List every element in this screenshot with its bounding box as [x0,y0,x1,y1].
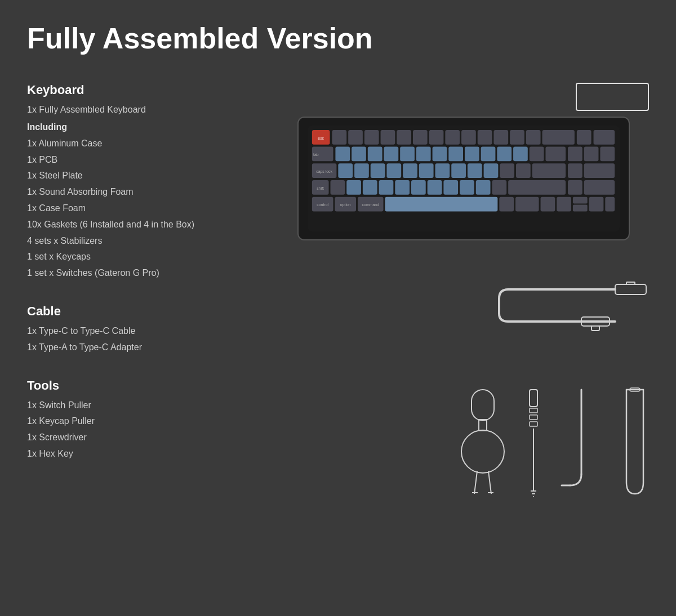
svg-rect-70 [385,197,497,212]
svg-rect-45 [468,163,482,178]
list-item-including: Including [27,119,286,136]
svg-text:control: control [317,203,328,207]
tools-list: 1x Switch Puller 1x Keycap Puller 1x Scr… [27,398,286,462]
svg-text:caps lock: caps lock [316,169,332,174]
svg-rect-57 [395,180,410,195]
list-item: 4 sets x Stabilizers [27,233,286,249]
svg-rect-90 [472,390,494,421]
svg-rect-5 [381,130,395,145]
page-title: Fully Assembled Version [27,23,649,55]
svg-rect-62 [476,180,491,195]
cable-svg [491,274,649,342]
svg-rect-22 [384,147,399,162]
list-item: 10x Gaskets (6 Installed and 4 in the Bo… [27,217,286,233]
svg-rect-98 [530,408,537,413]
svg-rect-24 [416,147,431,162]
screwdriver-svg [525,387,542,499]
svg-rect-51 [584,163,615,178]
content-right: esc tab caps lock shift control option c… [297,83,649,485]
svg-rect-40 [386,163,401,178]
svg-rect-44 [451,163,466,178]
svg-rect-34 [584,147,599,162]
svg-text:command: command [362,203,379,207]
svg-rect-10 [461,130,476,145]
svg-rect-42 [419,163,434,178]
svg-rect-4 [364,130,379,145]
svg-line-94 [488,471,491,494]
tools-illustration [367,387,649,499]
svg-rect-26 [448,147,463,162]
list-item: 1x Type-C to Type-C Cable [27,323,286,340]
svg-text:esc: esc [318,136,324,140]
svg-rect-47 [500,163,514,178]
svg-rect-97 [530,390,537,407]
svg-rect-71 [499,197,514,212]
svg-rect-49 [532,163,566,178]
svg-text:shift: shift [317,186,324,190]
svg-rect-58 [411,180,426,195]
svg-rect-2 [332,130,346,145]
svg-rect-46 [484,163,499,178]
svg-rect-53 [331,180,345,195]
svg-rect-25 [433,147,447,162]
svg-rect-39 [371,163,385,178]
svg-rect-11 [478,130,492,145]
keyboard-illustration: esc tab caps lock shift control option c… [297,117,630,240]
svg-rect-48 [516,163,531,178]
svg-rect-64 [508,180,566,195]
svg-rect-89 [592,326,599,331]
svg-rect-72 [515,197,539,212]
svg-rect-74 [557,197,571,212]
svg-rect-41 [403,163,417,178]
cable-illustration [491,274,649,342]
svg-point-92 [461,430,504,473]
list-item: 1x Screwdriver [27,430,286,446]
svg-rect-19 [335,147,350,162]
svg-rect-28 [481,147,496,162]
svg-rect-32 [545,147,566,162]
list-item: 1x Type-A to Type-C Adapter [27,340,286,356]
list-item: 1 set x Switches (Gateron G Pro) [27,265,286,282]
svg-rect-30 [513,147,528,162]
switch-puller-svg [621,387,649,499]
list-item: 1x Case Foam [27,200,286,217]
svg-rect-35 [600,147,615,162]
svg-rect-61 [460,180,474,195]
svg-rect-20 [352,147,366,162]
svg-rect-55 [363,180,377,195]
svg-rect-63 [492,180,506,195]
svg-rect-99 [530,415,537,419]
svg-rect-12 [493,130,508,145]
svg-rect-38 [354,163,369,178]
keyboard-section-title: Keyboard [27,83,286,97]
keyboard-box-label [576,83,649,111]
keyboard-list: 1x Fully Assembled Keyboard Including 1x… [27,102,286,282]
svg-rect-27 [465,147,479,162]
svg-rect-16 [577,130,592,145]
svg-rect-54 [346,180,361,195]
list-item: 1x Keycap Puller [27,413,286,430]
svg-rect-13 [510,130,524,145]
svg-rect-75 [573,197,588,204]
tools-section-title: Tools [27,378,286,393]
svg-rect-87 [626,282,635,284]
svg-rect-6 [397,130,411,145]
svg-rect-65 [568,180,582,195]
list-item: 1x Steel Plate [27,168,286,184]
svg-rect-17 [594,130,615,145]
list-item: 1x Sound Absorbing Foam [27,184,286,200]
svg-rect-66 [584,180,615,195]
svg-text:tab: tab [313,153,319,157]
svg-rect-43 [435,163,450,178]
svg-rect-14 [526,130,541,145]
svg-rect-100 [530,422,537,426]
svg-rect-37 [338,163,353,178]
list-item: 1x Switch Puller [27,398,286,414]
hex-key-svg [559,387,604,499]
svg-line-93 [474,471,477,494]
cable-section-title: Cable [27,304,286,319]
svg-rect-50 [568,163,582,178]
svg-rect-31 [530,147,544,162]
svg-rect-60 [443,180,458,195]
svg-rect-8 [429,130,444,145]
